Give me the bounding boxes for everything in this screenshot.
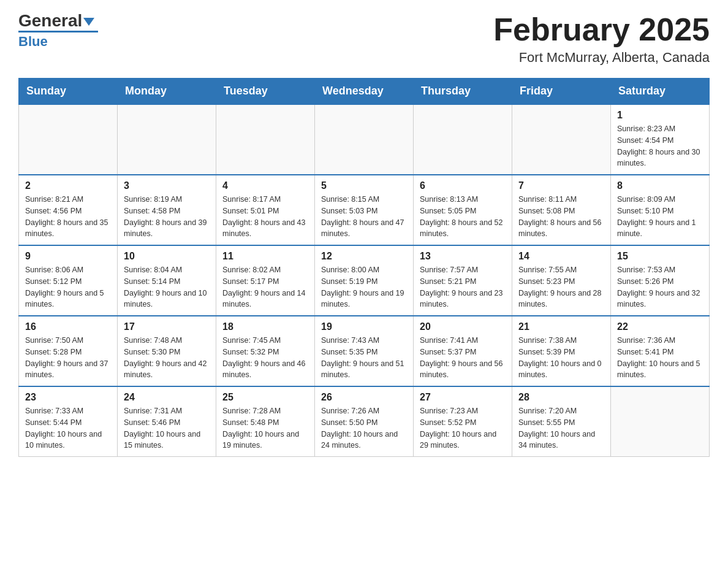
calendar-week-row: 16Sunrise: 7:50 AM Sunset: 5:28 PM Dayli… [19,316,710,386]
day-info: Sunrise: 7:36 AM Sunset: 5:41 PM Dayligh… [617,335,703,381]
calendar-day-cell: 20Sunrise: 7:41 AM Sunset: 5:37 PM Dayli… [414,316,512,386]
day-info: Sunrise: 7:38 AM Sunset: 5:39 PM Dayligh… [518,335,604,381]
day-number: 9 [25,251,111,262]
day-info: Sunrise: 7:26 AM Sunset: 5:50 PM Dayligh… [321,405,407,451]
day-info: Sunrise: 7:55 AM Sunset: 5:23 PM Dayligh… [518,264,604,310]
calendar-day-cell: 2Sunrise: 8:21 AM Sunset: 4:56 PM Daylig… [19,175,118,245]
calendar-day-cell [611,386,710,457]
day-number: 7 [518,180,604,191]
calendar-day-cell: 28Sunrise: 7:20 AM Sunset: 5:55 PM Dayli… [512,386,611,457]
day-info: Sunrise: 8:17 AM Sunset: 5:01 PM Dayligh… [222,194,308,240]
col-tuesday: Tuesday [216,79,315,105]
day-info: Sunrise: 8:06 AM Sunset: 5:12 PM Dayligh… [25,264,111,310]
calendar-week-row: 1Sunrise: 8:23 AM Sunset: 4:54 PM Daylig… [19,104,710,175]
day-info: Sunrise: 8:02 AM Sunset: 5:17 PM Dayligh… [222,264,308,310]
month-title: February 2025 [493,12,710,47]
col-saturday: Saturday [611,79,710,105]
calendar-day-cell [216,104,315,175]
day-info: Sunrise: 8:15 AM Sunset: 5:03 PM Dayligh… [321,194,407,240]
day-number: 3 [124,180,210,191]
day-number: 5 [321,180,407,191]
calendar-week-row: 9Sunrise: 8:06 AM Sunset: 5:12 PM Daylig… [19,245,710,316]
calendar-day-cell: 9Sunrise: 8:06 AM Sunset: 5:12 PM Daylig… [19,245,118,316]
calendar-day-cell: 14Sunrise: 7:55 AM Sunset: 5:23 PM Dayli… [512,245,611,316]
day-info: Sunrise: 8:11 AM Sunset: 5:08 PM Dayligh… [518,194,604,240]
day-info: Sunrise: 7:33 AM Sunset: 5:44 PM Dayligh… [25,405,111,451]
day-info: Sunrise: 7:28 AM Sunset: 5:48 PM Dayligh… [222,405,308,451]
calendar-week-row: 2Sunrise: 8:21 AM Sunset: 4:56 PM Daylig… [19,175,710,245]
day-number: 14 [518,251,604,262]
day-number: 21 [518,321,604,332]
calendar-day-cell: 12Sunrise: 8:00 AM Sunset: 5:19 PM Dayli… [315,245,414,316]
day-number: 26 [321,392,407,403]
calendar-week-row: 23Sunrise: 7:33 AM Sunset: 5:44 PM Dayli… [19,386,710,457]
day-number: 22 [617,321,703,332]
day-info: Sunrise: 7:23 AM Sunset: 5:52 PM Dayligh… [420,405,506,451]
day-number: 4 [222,180,308,191]
day-number: 17 [124,321,210,332]
day-number: 16 [25,321,111,332]
day-number: 10 [124,251,210,262]
day-number: 1 [617,110,703,121]
calendar-day-cell: 23Sunrise: 7:33 AM Sunset: 5:44 PM Dayli… [19,386,118,457]
col-thursday: Thursday [414,79,512,105]
day-number: 11 [222,251,308,262]
calendar-day-cell: 7Sunrise: 8:11 AM Sunset: 5:08 PM Daylig… [512,175,611,245]
calendar-day-cell: 6Sunrise: 8:13 AM Sunset: 5:05 PM Daylig… [414,175,512,245]
day-number: 23 [25,392,111,403]
calendar-day-cell: 27Sunrise: 7:23 AM Sunset: 5:52 PM Dayli… [414,386,512,457]
day-info: Sunrise: 7:53 AM Sunset: 5:26 PM Dayligh… [617,264,703,310]
calendar-day-cell: 8Sunrise: 8:09 AM Sunset: 5:10 PM Daylig… [611,175,710,245]
calendar-day-cell: 4Sunrise: 8:17 AM Sunset: 5:01 PM Daylig… [216,175,315,245]
col-friday: Friday [512,79,611,105]
day-number: 27 [420,392,506,403]
logo-blue-text: Blue [18,34,48,50]
calendar-day-cell: 5Sunrise: 8:15 AM Sunset: 5:03 PM Daylig… [315,175,414,245]
calendar-day-cell: 17Sunrise: 7:48 AM Sunset: 5:30 PM Dayli… [118,316,216,386]
calendar-day-cell: 1Sunrise: 8:23 AM Sunset: 4:54 PM Daylig… [611,104,710,175]
page-header: General Blue February 2025 Fort McMurray… [18,12,710,66]
calendar-day-cell: 19Sunrise: 7:43 AM Sunset: 5:35 PM Dayli… [315,316,414,386]
logo: General Blue [18,12,98,50]
day-info: Sunrise: 7:45 AM Sunset: 5:32 PM Dayligh… [222,335,308,381]
day-number: 13 [420,251,506,262]
calendar-day-cell: 3Sunrise: 8:19 AM Sunset: 4:58 PM Daylig… [118,175,216,245]
day-info: Sunrise: 8:00 AM Sunset: 5:19 PM Dayligh… [321,264,407,310]
calendar-day-cell: 16Sunrise: 7:50 AM Sunset: 5:28 PM Dayli… [19,316,118,386]
day-info: Sunrise: 7:57 AM Sunset: 5:21 PM Dayligh… [420,264,506,310]
calendar-day-cell [19,104,118,175]
calendar-day-cell: 13Sunrise: 7:57 AM Sunset: 5:21 PM Dayli… [414,245,512,316]
day-info: Sunrise: 7:50 AM Sunset: 5:28 PM Dayligh… [25,335,111,381]
calendar-day-cell: 11Sunrise: 8:02 AM Sunset: 5:17 PM Dayli… [216,245,315,316]
day-info: Sunrise: 8:04 AM Sunset: 5:14 PM Dayligh… [124,264,210,310]
day-number: 15 [617,251,703,262]
calendar-day-cell: 21Sunrise: 7:38 AM Sunset: 5:39 PM Dayli… [512,316,611,386]
day-info: Sunrise: 7:20 AM Sunset: 5:55 PM Dayligh… [518,405,604,451]
logo-text: General [18,12,94,29]
day-number: 24 [124,392,210,403]
day-number: 12 [321,251,407,262]
calendar-day-cell: 10Sunrise: 8:04 AM Sunset: 5:14 PM Dayli… [118,245,216,316]
calendar-table: Sunday Monday Tuesday Wednesday Thursday… [18,78,710,457]
calendar-day-cell: 15Sunrise: 7:53 AM Sunset: 5:26 PM Dayli… [611,245,710,316]
day-number: 6 [420,180,506,191]
location-title: Fort McMurray, Alberta, Canada [493,50,710,66]
day-info: Sunrise: 8:19 AM Sunset: 4:58 PM Dayligh… [124,194,210,240]
day-info: Sunrise: 7:31 AM Sunset: 5:46 PM Dayligh… [124,405,210,451]
day-number: 19 [321,321,407,332]
title-area: February 2025 Fort McMurray, Alberta, Ca… [493,12,710,66]
day-info: Sunrise: 7:48 AM Sunset: 5:30 PM Dayligh… [124,335,210,381]
calendar-day-cell: 24Sunrise: 7:31 AM Sunset: 5:46 PM Dayli… [118,386,216,457]
calendar-day-cell: 25Sunrise: 7:28 AM Sunset: 5:48 PM Dayli… [216,386,315,457]
calendar-day-cell: 26Sunrise: 7:26 AM Sunset: 5:50 PM Dayli… [315,386,414,457]
day-number: 8 [617,180,703,191]
day-number: 18 [222,321,308,332]
day-info: Sunrise: 8:09 AM Sunset: 5:10 PM Dayligh… [617,194,703,240]
day-info: Sunrise: 7:41 AM Sunset: 5:37 PM Dayligh… [420,335,506,381]
day-number: 2 [25,180,111,191]
col-sunday: Sunday [19,79,118,105]
calendar-day-cell [315,104,414,175]
day-number: 20 [420,321,506,332]
col-monday: Monday [118,79,216,105]
day-info: Sunrise: 8:23 AM Sunset: 4:54 PM Dayligh… [617,123,703,169]
